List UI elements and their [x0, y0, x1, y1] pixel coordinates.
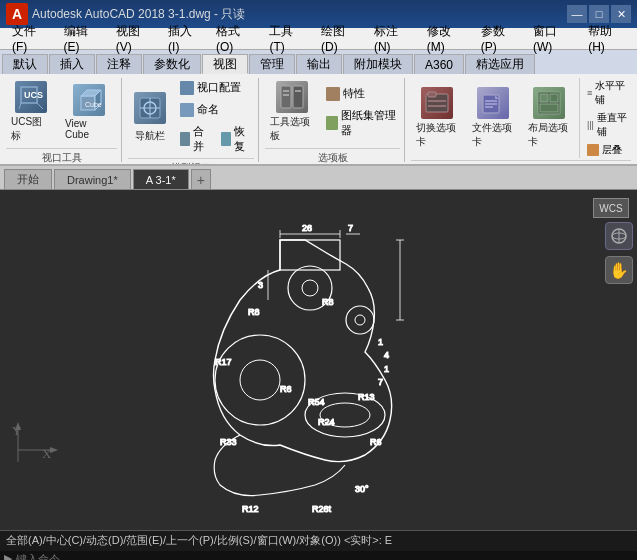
svg-text:30°: 30° [355, 484, 369, 494]
command-line-area: 全部(A)/中心(C)/动态(D)/范围(E)/上一个(P)/比例(S)/窗口(… [0, 530, 637, 560]
switch-tab-button[interactable]: 切换选项卡 [411, 84, 463, 152]
svg-text:R54: R54 [308, 397, 325, 407]
add-doc-tab-button[interactable]: + [191, 169, 211, 189]
layout-tab-button[interactable]: 布局选项卡 [523, 84, 575, 152]
menu-view[interactable]: 视图(V) [108, 21, 160, 56]
tools-palette-button[interactable]: 工具选项板 [265, 78, 318, 146]
svg-rect-28 [550, 94, 558, 102]
menu-file[interactable]: 文件(F) [4, 21, 56, 56]
svg-rect-29 [540, 104, 558, 112]
ribbon-content: UCS UCS图标 Cube View Cu [0, 74, 637, 164]
svg-text:1: 1 [378, 337, 383, 347]
pan-button[interactable]: ✋ [605, 256, 633, 284]
restore-label: 恢复 [234, 124, 250, 154]
svg-text:4: 4 [384, 350, 389, 360]
viewcube-button[interactable]: Cube View Cube [60, 81, 117, 143]
doc-tab-a31[interactable]: A 3-1* [133, 169, 189, 189]
ribbon-group-selection-content: 工具选项板 特性 图纸集管理器 [265, 78, 400, 146]
ucs-icon: UCS [15, 81, 47, 113]
tab-parametric[interactable]: 参数化 [143, 54, 201, 74]
svg-rect-30 [0, 190, 637, 530]
ucs-icon-button[interactable]: UCS UCS图标 [6, 78, 56, 146]
tab-manage[interactable]: 管理 [249, 54, 295, 74]
restore-button[interactable]: 恢复 [217, 122, 255, 156]
svg-text:R8: R8 [322, 297, 334, 307]
merge-button[interactable]: 合并 [176, 122, 214, 156]
svg-text:R26t: R26t [312, 504, 332, 514]
ribbon-group-model-viewport-content: 导航栏 视口配置 命名 合并 [128, 78, 254, 156]
file-tab-button[interactable]: 文件选项卡 [467, 84, 519, 152]
menu-tools[interactable]: 工具(T) [261, 21, 313, 56]
svg-rect-27 [540, 94, 548, 102]
switch-tab-icon [421, 87, 453, 119]
svg-text:R33: R33 [220, 437, 237, 447]
menu-draw[interactable]: 绘图(D) [313, 21, 366, 56]
layers-button[interactable]: 层叠 [584, 142, 631, 158]
menubar: 文件(F) 编辑(E) 视图(V) 插入(I) 格式(O) 工具(T) 绘图(D… [0, 28, 637, 50]
wcs-widget[interactable]: WCS [593, 198, 629, 218]
svg-text:3: 3 [258, 280, 263, 290]
properties-button[interactable]: 特性 [322, 84, 400, 103]
selection-label: 选项板 [265, 148, 400, 164]
tab-default[interactable]: 默认 [2, 54, 48, 74]
named-icon [180, 103, 194, 117]
named-label: 命名 [197, 102, 219, 117]
navigation-bar-button[interactable]: 导航栏 [128, 89, 172, 146]
svg-text:R24: R24 [318, 417, 335, 427]
menu-window[interactable]: 窗口(W) [525, 21, 580, 56]
doc-tabs: 开始 Drawing1* A 3-1* + [0, 166, 637, 190]
tab-annotate[interactable]: 注释 [96, 54, 142, 74]
command-input[interactable] [16, 553, 633, 561]
svg-line-2 [37, 103, 43, 109]
tab-output[interactable]: 输出 [296, 54, 342, 74]
orbit-button[interactable] [605, 222, 633, 250]
nav-bar-icon [134, 92, 166, 124]
sheets-icon [326, 116, 338, 130]
menu-insert[interactable]: 插入(I) [160, 21, 208, 56]
svg-rect-13 [293, 86, 303, 108]
named-button[interactable]: 命名 [176, 100, 254, 119]
interface-label: 界面 [411, 160, 631, 164]
model-viewport-label: 模型视口 [128, 158, 254, 164]
properties-label: 特性 [343, 86, 365, 101]
properties-icon [326, 87, 340, 101]
window-title: Autodesk AutoCAD 2018 3-1.dwg - 只读 [32, 6, 245, 23]
ribbon-group-model-viewport: 导航栏 视口配置 命名 合并 [124, 78, 259, 162]
svg-text:Cube: Cube [85, 101, 102, 108]
menu-help[interactable]: 帮助(H) [580, 21, 633, 56]
layers-label: 层叠 [602, 143, 622, 157]
tools-palette-label: 工具选项板 [270, 115, 313, 143]
drawing-canvas[interactable]: R8 R8 R17 R6 R54 R24 R33 R13 R6 26 7 3 [0, 190, 637, 530]
viewcube-icon: Cube [73, 84, 105, 116]
menu-params[interactable]: 参数(P) [473, 21, 525, 56]
svg-text:26: 26 [302, 223, 312, 233]
layout-tab-label: 布局选项卡 [528, 121, 570, 149]
tab-featured[interactable]: 精选应用 [465, 54, 535, 74]
tab-insert[interactable]: 插入 [49, 54, 95, 74]
menu-modify[interactable]: 修改(M) [419, 21, 473, 56]
doc-tab-drawing1[interactable]: Drawing1* [54, 169, 131, 189]
svg-text:1: 1 [384, 364, 389, 374]
command-input-row: ▶ [0, 551, 637, 560]
svg-rect-18 [428, 92, 436, 97]
vertical-flat-label: 垂直平铺 [597, 111, 628, 139]
tab-view[interactable]: 视图 [202, 54, 248, 74]
svg-text:R6: R6 [370, 437, 382, 447]
sheets-manager-button[interactable]: 图纸集管理器 [322, 106, 400, 140]
viewport-config-button[interactable]: 视口配置 [176, 78, 254, 97]
tab-addins[interactable]: 附加模块 [343, 54, 413, 74]
ribbon-group-viewport-tools-content: UCS UCS图标 Cube View Cu [6, 78, 117, 146]
doc-tab-start[interactable]: 开始 [4, 169, 52, 189]
svg-rect-12 [281, 86, 291, 108]
drawing-area: [-][俯视][二维线框] [0, 190, 637, 530]
vertical-flat-button[interactable]: ||| 垂直平铺 [584, 110, 631, 140]
tab-a360[interactable]: A360 [414, 54, 464, 74]
svg-text:7: 7 [348, 223, 353, 233]
svg-text:UCS: UCS [24, 90, 43, 100]
file-tab-icon [477, 87, 509, 119]
nav-bar-label: 导航栏 [135, 129, 165, 143]
menu-edit[interactable]: 编辑(E) [56, 21, 108, 56]
horizontal-flat-button[interactable]: ≡ 水平平铺 [584, 78, 631, 108]
menu-format[interactable]: 格式(O) [208, 21, 261, 56]
menu-annotate[interactable]: 标注(N) [366, 21, 419, 56]
